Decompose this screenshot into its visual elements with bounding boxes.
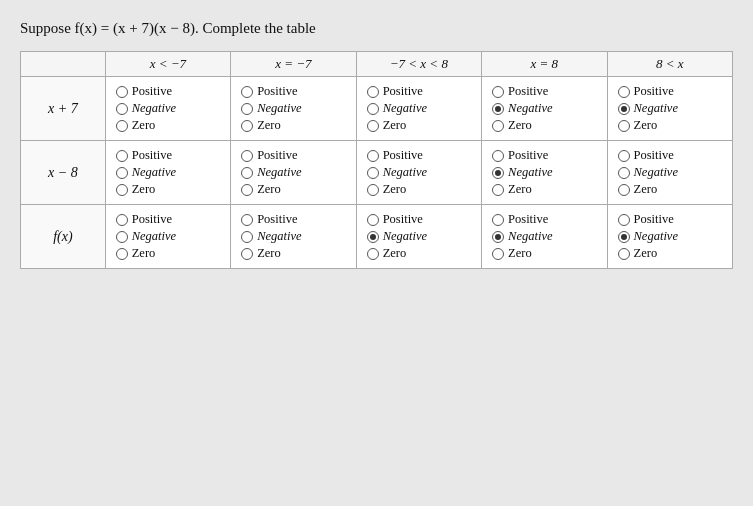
radio-option-negative[interactable]: Negative (241, 101, 301, 116)
radio-label-positive: Positive (634, 148, 674, 163)
cell-r1-c0[interactable]: PositiveNegativeZero (105, 141, 230, 205)
radio-option-negative[interactable]: Negative (492, 101, 552, 116)
radio-option-positive[interactable]: Positive (492, 212, 548, 227)
radio-option-zero[interactable]: Zero (492, 182, 532, 197)
radio-option-positive[interactable]: Positive (116, 148, 172, 163)
radio-option-negative[interactable]: Negative (618, 165, 678, 180)
radio-group-r2-c2: PositiveNegativeZero (363, 209, 475, 264)
radio-circle-zero (618, 248, 630, 260)
cell-r0-c4[interactable]: PositiveNegativeZero (607, 77, 732, 141)
radio-option-negative[interactable]: Negative (618, 101, 678, 116)
radio-circle-positive (618, 150, 630, 162)
radio-label-zero: Zero (383, 246, 407, 261)
radio-option-zero[interactable]: Zero (241, 246, 281, 261)
radio-label-positive: Positive (132, 212, 172, 227)
radio-label-positive: Positive (508, 148, 548, 163)
cell-r1-c1[interactable]: PositiveNegativeZero (231, 141, 356, 205)
radio-label-positive: Positive (383, 212, 423, 227)
radio-option-positive[interactable]: Positive (492, 84, 548, 99)
radio-option-negative[interactable]: Negative (241, 229, 301, 244)
radio-option-negative[interactable]: Negative (492, 165, 552, 180)
radio-option-zero[interactable]: Zero (241, 118, 281, 133)
radio-option-negative[interactable]: Negative (241, 165, 301, 180)
row-label-0: x + 7 (21, 77, 106, 141)
radio-option-positive[interactable]: Positive (116, 84, 172, 99)
radio-label-positive: Positive (508, 212, 548, 227)
cell-r2-c3[interactable]: PositiveNegativeZero (482, 205, 607, 269)
radio-option-positive[interactable]: Positive (116, 212, 172, 227)
radio-circle-negative (116, 167, 128, 179)
radio-option-positive[interactable]: Positive (618, 84, 674, 99)
radio-option-zero[interactable]: Zero (116, 118, 156, 133)
radio-option-zero[interactable]: Zero (116, 182, 156, 197)
radio-option-zero[interactable]: Zero (367, 182, 407, 197)
radio-label-zero: Zero (132, 246, 156, 261)
radio-circle-positive (116, 86, 128, 98)
radio-circle-negative (116, 231, 128, 243)
radio-option-negative[interactable]: Negative (492, 229, 552, 244)
radio-option-positive[interactable]: Positive (618, 212, 674, 227)
radio-label-zero: Zero (257, 118, 281, 133)
radio-option-negative[interactable]: Negative (116, 229, 176, 244)
radio-circle-negative (367, 231, 379, 243)
cell-r0-c3[interactable]: PositiveNegativeZero (482, 77, 607, 141)
radio-option-negative[interactable]: Negative (367, 229, 427, 244)
cell-r0-c1[interactable]: PositiveNegativeZero (231, 77, 356, 141)
table-row: x + 7PositiveNegativeZeroPositiveNegativ… (21, 77, 733, 141)
radio-label-negative: Negative (132, 165, 176, 180)
radio-option-zero[interactable]: Zero (116, 246, 156, 261)
radio-circle-negative (116, 103, 128, 115)
radio-option-zero[interactable]: Zero (618, 246, 658, 261)
radio-option-zero[interactable]: Zero (241, 182, 281, 197)
cell-r2-c2[interactable]: PositiveNegativeZero (356, 205, 481, 269)
radio-circle-zero (116, 248, 128, 260)
radio-circle-positive (367, 150, 379, 162)
radio-circle-positive (367, 214, 379, 226)
radio-option-negative[interactable]: Negative (116, 165, 176, 180)
radio-group-r2-c1: PositiveNegativeZero (237, 209, 349, 264)
radio-label-negative: Negative (383, 101, 427, 116)
radio-option-positive[interactable]: Positive (241, 148, 297, 163)
radio-circle-negative (241, 103, 253, 115)
radio-circle-negative (241, 231, 253, 243)
radio-option-positive[interactable]: Positive (492, 148, 548, 163)
radio-option-negative[interactable]: Negative (367, 165, 427, 180)
cell-r1-c3[interactable]: PositiveNegativeZero (482, 141, 607, 205)
radio-option-zero[interactable]: Zero (618, 182, 658, 197)
radio-label-zero: Zero (508, 182, 532, 197)
radio-group-r0-c3: PositiveNegativeZero (488, 81, 600, 136)
radio-option-positive[interactable]: Positive (241, 84, 297, 99)
radio-group-r1-c2: PositiveNegativeZero (363, 145, 475, 200)
radio-option-positive[interactable]: Positive (367, 148, 423, 163)
radio-label-positive: Positive (132, 84, 172, 99)
radio-option-positive[interactable]: Positive (367, 212, 423, 227)
radio-option-zero[interactable]: Zero (492, 246, 532, 261)
radio-option-zero[interactable]: Zero (367, 118, 407, 133)
radio-option-negative[interactable]: Negative (367, 101, 427, 116)
radio-label-positive: Positive (634, 84, 674, 99)
radio-label-negative: Negative (508, 101, 552, 116)
radio-option-negative[interactable]: Negative (618, 229, 678, 244)
cell-r0-c0[interactable]: PositiveNegativeZero (105, 77, 230, 141)
radio-option-zero[interactable]: Zero (618, 118, 658, 133)
cell-r2-c1[interactable]: PositiveNegativeZero (231, 205, 356, 269)
cell-r1-c2[interactable]: PositiveNegativeZero (356, 141, 481, 205)
radio-option-zero[interactable]: Zero (492, 118, 532, 133)
cell-r1-c4[interactable]: PositiveNegativeZero (607, 141, 732, 205)
radio-circle-positive (618, 86, 630, 98)
radio-circle-negative (367, 167, 379, 179)
radio-option-negative[interactable]: Negative (116, 101, 176, 116)
radio-option-positive[interactable]: Positive (241, 212, 297, 227)
radio-label-negative: Negative (257, 229, 301, 244)
radio-label-negative: Negative (634, 229, 678, 244)
radio-label-positive: Positive (257, 148, 297, 163)
radio-option-positive[interactable]: Positive (367, 84, 423, 99)
radio-option-zero[interactable]: Zero (367, 246, 407, 261)
radio-circle-negative (492, 103, 504, 115)
cell-r2-c4[interactable]: PositiveNegativeZero (607, 205, 732, 269)
radio-option-positive[interactable]: Positive (618, 148, 674, 163)
cell-r2-c0[interactable]: PositiveNegativeZero (105, 205, 230, 269)
cell-r0-c2[interactable]: PositiveNegativeZero (356, 77, 481, 141)
radio-label-zero: Zero (257, 182, 281, 197)
radio-group-r2-c4: PositiveNegativeZero (614, 209, 726, 264)
